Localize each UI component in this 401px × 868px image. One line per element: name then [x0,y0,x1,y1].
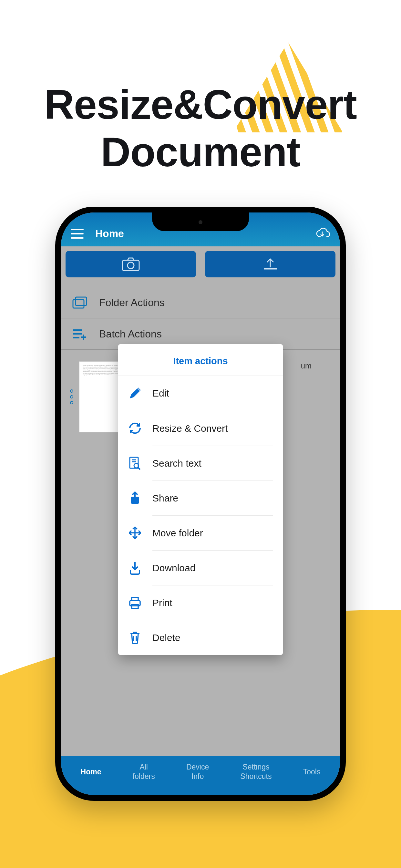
phone-notch [152,213,249,231]
phone-screen: Home [61,213,340,795]
svg-rect-11 [132,597,138,600]
batch-icon [70,328,89,340]
headline-line1: Resize&Convert [44,82,357,128]
headline-line2: Document [101,129,300,175]
nav-tools[interactable]: Tools [303,767,320,777]
bottom-nav: Home All folders Device Info Settings Sh… [61,756,340,795]
popup-item-move-folder[interactable]: Move folder [118,516,283,550]
camera-button[interactable] [66,251,196,277]
popup-item-share[interactable]: Share [118,480,283,516]
download-icon [128,561,142,575]
popup-item-resize-convert[interactable]: Resize & Convert [118,411,283,445]
menu-icon[interactable] [71,229,84,239]
popup-label: Resize & Convert [152,423,227,434]
batch-actions-label: Batch Actions [99,328,162,340]
popup-label: Edit [152,388,169,399]
popup-label: Delete [152,632,181,643]
document-thumbnail: Lorem ipsum dolor sit amet consectetur a… [79,361,124,432]
item-actions-popup: Item actions Edit Resize & Convert Searc… [118,344,283,655]
refresh-icon [128,421,142,435]
more-dots-icon[interactable] [70,361,73,432]
popup-item-download[interactable]: Download [118,550,283,585]
popup-label: Move folder [152,528,203,538]
popup-label: Search text [152,458,202,469]
phone-frame: Home [55,207,346,801]
svg-rect-5 [73,300,84,308]
marketing-headline: Resize&Convert Document [0,81,401,176]
move-icon [128,526,142,540]
trash-icon [128,630,142,645]
popup-item-delete[interactable]: Delete [118,620,283,655]
popup-label: Share [152,493,178,504]
share-icon [128,491,142,505]
popup-title: Item actions [118,356,283,376]
popup-item-edit[interactable]: Edit [118,376,283,411]
folder-actions-label: Folder Actions [99,297,165,309]
folder-actions-row[interactable]: Folder Actions [61,287,340,318]
page-title: Home [95,228,124,240]
edit-icon [128,386,142,400]
folder-icon [70,296,89,309]
document-title-fragment: um [301,361,312,432]
svg-rect-12 [132,604,138,609]
popup-label: Print [152,597,173,609]
action-bar [61,246,340,277]
cloud-download-icon[interactable] [314,227,330,241]
nav-device-info[interactable]: Device Info [186,763,209,781]
svg-point-4 [127,262,134,269]
popup-item-search-text[interactable]: Search text [118,445,283,480]
svg-rect-6 [75,297,87,306]
print-icon [128,595,142,610]
upload-button[interactable] [205,251,335,277]
search-doc-icon [128,456,142,470]
popup-item-print[interactable]: Print [118,585,283,620]
popup-label: Download [152,562,195,574]
nav-settings-shortcuts[interactable]: Settings Shortcuts [240,763,272,781]
nav-home[interactable]: Home [81,767,101,777]
nav-all-folders[interactable]: All folders [133,763,155,781]
